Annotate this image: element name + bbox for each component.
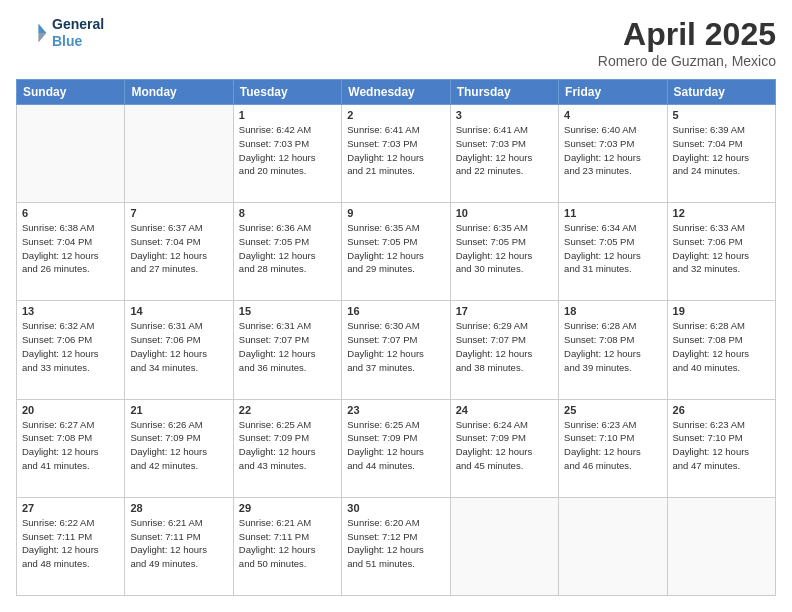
header: General Blue April 2025 Romero de Guzman… — [16, 16, 776, 69]
day-number: 25 — [564, 404, 661, 416]
day-cell: 7Sunrise: 6:37 AM Sunset: 7:04 PM Daylig… — [125, 203, 233, 301]
day-cell: 8Sunrise: 6:36 AM Sunset: 7:05 PM Daylig… — [233, 203, 341, 301]
col-header-friday: Friday — [559, 80, 667, 105]
day-number: 15 — [239, 305, 336, 317]
day-info: Sunrise: 6:35 AM Sunset: 7:05 PM Dayligh… — [347, 221, 444, 276]
day-number: 11 — [564, 207, 661, 219]
day-info: Sunrise: 6:33 AM Sunset: 7:06 PM Dayligh… — [673, 221, 770, 276]
day-info: Sunrise: 6:28 AM Sunset: 7:08 PM Dayligh… — [564, 319, 661, 374]
week-row-4: 27Sunrise: 6:22 AM Sunset: 7:11 PM Dayli… — [17, 497, 776, 595]
week-row-3: 20Sunrise: 6:27 AM Sunset: 7:08 PM Dayli… — [17, 399, 776, 497]
day-number: 8 — [239, 207, 336, 219]
logo-text: General Blue — [52, 16, 104, 50]
logo: General Blue — [16, 16, 104, 50]
day-cell: 25Sunrise: 6:23 AM Sunset: 7:10 PM Dayli… — [559, 399, 667, 497]
day-cell: 28Sunrise: 6:21 AM Sunset: 7:11 PM Dayli… — [125, 497, 233, 595]
day-number: 16 — [347, 305, 444, 317]
day-number: 22 — [239, 404, 336, 416]
day-number: 6 — [22, 207, 119, 219]
day-info: Sunrise: 6:31 AM Sunset: 7:06 PM Dayligh… — [130, 319, 227, 374]
day-cell: 19Sunrise: 6:28 AM Sunset: 7:08 PM Dayli… — [667, 301, 775, 399]
day-info: Sunrise: 6:23 AM Sunset: 7:10 PM Dayligh… — [673, 418, 770, 473]
col-header-monday: Monday — [125, 80, 233, 105]
day-info: Sunrise: 6:41 AM Sunset: 7:03 PM Dayligh… — [347, 123, 444, 178]
header-row: SundayMondayTuesdayWednesdayThursdayFrid… — [17, 80, 776, 105]
day-cell: 14Sunrise: 6:31 AM Sunset: 7:06 PM Dayli… — [125, 301, 233, 399]
day-cell: 10Sunrise: 6:35 AM Sunset: 7:05 PM Dayli… — [450, 203, 558, 301]
day-cell — [450, 497, 558, 595]
day-number: 13 — [22, 305, 119, 317]
day-cell: 12Sunrise: 6:33 AM Sunset: 7:06 PM Dayli… — [667, 203, 775, 301]
day-number: 18 — [564, 305, 661, 317]
day-number: 28 — [130, 502, 227, 514]
day-number: 10 — [456, 207, 553, 219]
day-info: Sunrise: 6:26 AM Sunset: 7:09 PM Dayligh… — [130, 418, 227, 473]
day-info: Sunrise: 6:38 AM Sunset: 7:04 PM Dayligh… — [22, 221, 119, 276]
day-cell — [17, 105, 125, 203]
day-number: 5 — [673, 109, 770, 121]
day-number: 19 — [673, 305, 770, 317]
day-number: 26 — [673, 404, 770, 416]
day-info: Sunrise: 6:21 AM Sunset: 7:11 PM Dayligh… — [239, 516, 336, 571]
page: General Blue April 2025 Romero de Guzman… — [0, 0, 792, 612]
day-number: 2 — [347, 109, 444, 121]
day-cell: 5Sunrise: 6:39 AM Sunset: 7:04 PM Daylig… — [667, 105, 775, 203]
day-number: 27 — [22, 502, 119, 514]
day-number: 7 — [130, 207, 227, 219]
svg-marker-0 — [38, 23, 46, 33]
col-header-sunday: Sunday — [17, 80, 125, 105]
day-cell — [125, 105, 233, 203]
day-number: 17 — [456, 305, 553, 317]
day-info: Sunrise: 6:34 AM Sunset: 7:05 PM Dayligh… — [564, 221, 661, 276]
day-info: Sunrise: 6:40 AM Sunset: 7:03 PM Dayligh… — [564, 123, 661, 178]
day-cell: 2Sunrise: 6:41 AM Sunset: 7:03 PM Daylig… — [342, 105, 450, 203]
day-info: Sunrise: 6:23 AM Sunset: 7:10 PM Dayligh… — [564, 418, 661, 473]
col-header-thursday: Thursday — [450, 80, 558, 105]
day-info: Sunrise: 6:36 AM Sunset: 7:05 PM Dayligh… — [239, 221, 336, 276]
day-info: Sunrise: 6:35 AM Sunset: 7:05 PM Dayligh… — [456, 221, 553, 276]
day-cell: 4Sunrise: 6:40 AM Sunset: 7:03 PM Daylig… — [559, 105, 667, 203]
day-cell: 15Sunrise: 6:31 AM Sunset: 7:07 PM Dayli… — [233, 301, 341, 399]
col-header-saturday: Saturday — [667, 80, 775, 105]
day-info: Sunrise: 6:32 AM Sunset: 7:06 PM Dayligh… — [22, 319, 119, 374]
col-header-wednesday: Wednesday — [342, 80, 450, 105]
day-cell: 22Sunrise: 6:25 AM Sunset: 7:09 PM Dayli… — [233, 399, 341, 497]
day-number: 1 — [239, 109, 336, 121]
day-number: 9 — [347, 207, 444, 219]
day-info: Sunrise: 6:39 AM Sunset: 7:04 PM Dayligh… — [673, 123, 770, 178]
day-cell: 27Sunrise: 6:22 AM Sunset: 7:11 PM Dayli… — [17, 497, 125, 595]
logo-line1: General — [52, 16, 104, 33]
day-info: Sunrise: 6:22 AM Sunset: 7:11 PM Dayligh… — [22, 516, 119, 571]
day-info: Sunrise: 6:37 AM Sunset: 7:04 PM Dayligh… — [130, 221, 227, 276]
day-info: Sunrise: 6:24 AM Sunset: 7:09 PM Dayligh… — [456, 418, 553, 473]
day-info: Sunrise: 6:30 AM Sunset: 7:07 PM Dayligh… — [347, 319, 444, 374]
col-header-tuesday: Tuesday — [233, 80, 341, 105]
location: Romero de Guzman, Mexico — [598, 53, 776, 69]
day-info: Sunrise: 6:28 AM Sunset: 7:08 PM Dayligh… — [673, 319, 770, 374]
day-cell: 18Sunrise: 6:28 AM Sunset: 7:08 PM Dayli… — [559, 301, 667, 399]
day-cell: 1Sunrise: 6:42 AM Sunset: 7:03 PM Daylig… — [233, 105, 341, 203]
day-cell: 6Sunrise: 6:38 AM Sunset: 7:04 PM Daylig… — [17, 203, 125, 301]
week-row-0: 1Sunrise: 6:42 AM Sunset: 7:03 PM Daylig… — [17, 105, 776, 203]
day-number: 30 — [347, 502, 444, 514]
day-cell: 29Sunrise: 6:21 AM Sunset: 7:11 PM Dayli… — [233, 497, 341, 595]
day-cell: 9Sunrise: 6:35 AM Sunset: 7:05 PM Daylig… — [342, 203, 450, 301]
day-info: Sunrise: 6:31 AM Sunset: 7:07 PM Dayligh… — [239, 319, 336, 374]
day-number: 20 — [22, 404, 119, 416]
logo-icon — [16, 17, 48, 49]
svg-marker-1 — [38, 33, 46, 43]
day-info: Sunrise: 6:25 AM Sunset: 7:09 PM Dayligh… — [239, 418, 336, 473]
day-number: 14 — [130, 305, 227, 317]
day-number: 21 — [130, 404, 227, 416]
day-info: Sunrise: 6:29 AM Sunset: 7:07 PM Dayligh… — [456, 319, 553, 374]
day-info: Sunrise: 6:21 AM Sunset: 7:11 PM Dayligh… — [130, 516, 227, 571]
day-cell: 17Sunrise: 6:29 AM Sunset: 7:07 PM Dayli… — [450, 301, 558, 399]
day-number: 23 — [347, 404, 444, 416]
day-info: Sunrise: 6:25 AM Sunset: 7:09 PM Dayligh… — [347, 418, 444, 473]
day-number: 24 — [456, 404, 553, 416]
day-number: 4 — [564, 109, 661, 121]
day-cell: 21Sunrise: 6:26 AM Sunset: 7:09 PM Dayli… — [125, 399, 233, 497]
day-cell: 23Sunrise: 6:25 AM Sunset: 7:09 PM Dayli… — [342, 399, 450, 497]
day-cell: 3Sunrise: 6:41 AM Sunset: 7:03 PM Daylig… — [450, 105, 558, 203]
day-number: 12 — [673, 207, 770, 219]
